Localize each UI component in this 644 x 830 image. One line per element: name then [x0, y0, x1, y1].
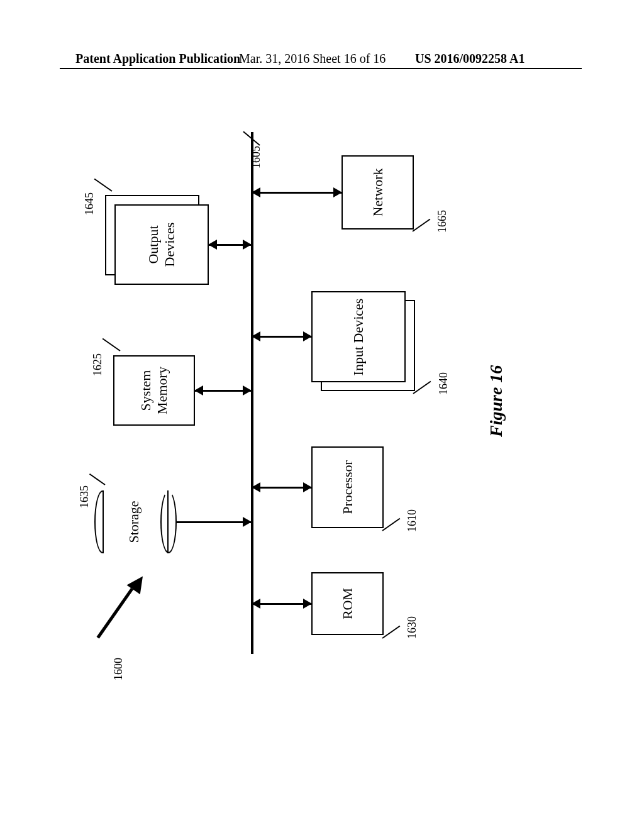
ref-1645: 1645: [83, 192, 96, 215]
leader-1665: [412, 219, 430, 232]
system-memory-block: System Memory: [113, 355, 195, 426]
output-devices-block: Output Devices: [114, 204, 209, 285]
network-label: Network: [370, 169, 386, 217]
ref-1665: 1665: [436, 210, 449, 233]
input-devices-block: Input Devices: [311, 291, 406, 382]
leader-1640: [413, 381, 431, 394]
output-devices-label: Output Devices: [145, 223, 178, 267]
processor-to-bus-arrow: [252, 487, 311, 489]
ref-1610: 1610: [406, 509, 419, 532]
storage-to-bus-arrow: [177, 521, 251, 523]
ref-1640: 1640: [437, 372, 450, 395]
system-memory-to-bus-arrow: [195, 390, 251, 392]
ref-1635: 1635: [78, 485, 91, 508]
leader-1635: [89, 473, 106, 485]
header-date-sheet: Mar. 31, 2016 Sheet 16 of 16: [239, 52, 386, 66]
system-pointer-arrow: [97, 588, 134, 639]
rom-label: ROM: [340, 588, 356, 619]
network-block: Network: [341, 155, 414, 230]
rom-block: ROM: [311, 572, 384, 635]
header-publication: Patent Application Publication: [75, 52, 240, 66]
processor-block: Processor: [311, 446, 384, 528]
system-memory-label: System Memory: [138, 367, 170, 414]
network-to-bus-arrow: [252, 192, 341, 194]
header-rule: [60, 68, 582, 69]
ref-1605: 1605: [250, 146, 263, 169]
ref-1625: 1625: [91, 353, 104, 376]
patent-figure-page: Patent Application Publication Mar. 31, …: [0, 0, 644, 830]
leader-1645: [94, 179, 113, 192]
leader-1630: [382, 626, 400, 639]
input-devices-label: Input Devices: [350, 298, 367, 375]
input-devices-to-bus-arrow: [252, 336, 311, 338]
output-devices-to-bus-arrow: [209, 244, 251, 246]
ref-1630: 1630: [406, 616, 419, 639]
processor-label: Processor: [340, 460, 356, 514]
rom-to-bus-arrow: [252, 603, 311, 605]
storage-label: Storage: [126, 501, 142, 543]
leader-1610: [382, 518, 400, 531]
header-pub-number: US 2016/0092258 A1: [415, 52, 525, 66]
figure-caption: Figure 16: [486, 365, 506, 437]
ref-1600: 1600: [112, 658, 125, 680]
leader-1625: [103, 338, 121, 351]
figure-16-diagram: 1605 1600 Storage 1635 System Memory 162…: [60, 107, 582, 755]
